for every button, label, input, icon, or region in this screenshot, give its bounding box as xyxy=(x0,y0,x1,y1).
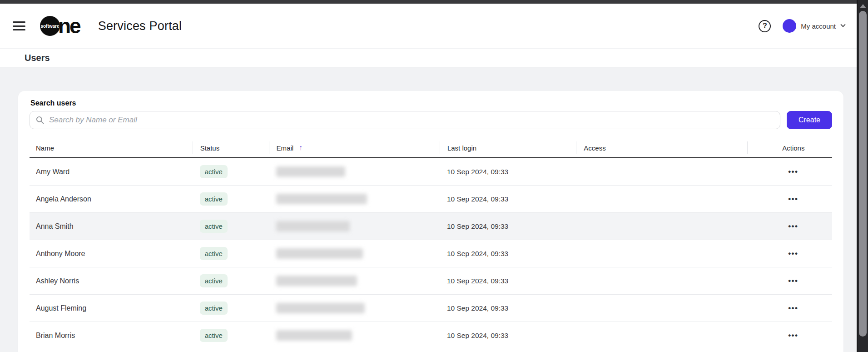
column-header-name[interactable]: Name xyxy=(30,141,193,154)
logo-circle: software xyxy=(40,16,60,36)
help-icon[interactable]: ? xyxy=(759,20,771,32)
user-name: Ashley Norris xyxy=(36,277,79,285)
table-row[interactable]: Amy Ward active 10 Sep 2024, 09:33 ••• xyxy=(30,158,832,186)
redacted-email xyxy=(276,303,365,313)
scrollbar-up-arrow-icon[interactable] xyxy=(860,4,866,8)
status-badge: active xyxy=(200,329,228,342)
column-header-email[interactable]: Email ↑ xyxy=(269,141,440,154)
last-login: 10 Sep 2024, 09:33 xyxy=(447,250,508,258)
sort-ascending-icon[interactable]: ↑ xyxy=(299,144,303,152)
app-root: software ne Services Portal ? My account… xyxy=(0,4,857,352)
column-header-access[interactable]: Access xyxy=(576,141,747,154)
table-row[interactable]: August Fleming active 10 Sep 2024, 09:33… xyxy=(30,295,832,322)
column-header-actions: Actions xyxy=(747,141,832,154)
row-actions-more-icon[interactable]: ••• xyxy=(784,193,802,205)
search-icon xyxy=(35,116,45,125)
status-badge: active xyxy=(200,165,228,178)
table-row[interactable]: Anthony Moore active 10 Sep 2024, 09:33 … xyxy=(30,240,832,267)
create-button[interactable]: Create xyxy=(787,111,832,129)
avatar[interactable] xyxy=(783,19,796,33)
redacted-email xyxy=(276,166,345,177)
row-actions-more-icon[interactable]: ••• xyxy=(784,166,802,177)
hamburger-menu-icon[interactable] xyxy=(13,21,25,30)
user-name: Amy Ward xyxy=(36,168,69,176)
table-header-row: Name Status Email ↑ Last login Access Ac… xyxy=(30,138,832,158)
status-badge: active xyxy=(200,247,228,260)
table-row[interactable]: Angela Anderson active 10 Sep 2024, 09:3… xyxy=(30,186,832,213)
account-menu[interactable]: My account xyxy=(783,19,845,33)
redacted-email xyxy=(276,276,357,286)
breadcrumb: Users xyxy=(25,53,50,63)
row-actions-more-icon[interactable]: ••• xyxy=(784,302,802,314)
status-badge: active xyxy=(200,274,228,287)
user-name: Angela Anderson xyxy=(36,195,91,203)
redacted-email xyxy=(276,248,363,259)
redacted-email xyxy=(276,194,367,204)
status-badge: active xyxy=(200,220,228,233)
last-login: 10 Sep 2024, 09:33 xyxy=(447,277,508,285)
browser-top-edge xyxy=(0,0,868,4)
last-login: 10 Sep 2024, 09:33 xyxy=(447,304,508,312)
content-area: Search users Create Name Status Email xyxy=(0,67,857,352)
row-actions-more-icon[interactable]: ••• xyxy=(784,221,802,232)
users-table: Name Status Email ↑ Last login Access Ac… xyxy=(30,138,832,349)
column-header-last-login[interactable]: Last login xyxy=(440,141,576,154)
row-actions-more-icon[interactable]: ••• xyxy=(784,248,802,259)
row-actions-more-icon[interactable]: ••• xyxy=(784,330,802,341)
status-badge: active xyxy=(200,192,228,206)
column-header-status[interactable]: Status xyxy=(193,141,269,154)
app-header: software ne Services Portal ? My account xyxy=(0,4,857,49)
last-login: 10 Sep 2024, 09:33 xyxy=(447,168,508,176)
redacted-email xyxy=(276,330,352,341)
scrollbar-thumb[interactable] xyxy=(859,11,867,337)
table-row[interactable]: Brian Morris active 10 Sep 2024, 09:33 •… xyxy=(30,322,832,349)
account-label: My account xyxy=(801,22,836,30)
user-name: August Fleming xyxy=(36,304,86,312)
users-card: Search users Create Name Status Email xyxy=(18,91,843,352)
row-actions-more-icon[interactable]: ••• xyxy=(784,275,802,287)
user-name: Anthony Moore xyxy=(36,250,85,258)
last-login: 10 Sep 2024, 09:33 xyxy=(447,195,508,203)
page-title: Services Portal xyxy=(98,19,182,33)
user-name: Brian Morris xyxy=(36,332,75,340)
user-name: Anna Smith xyxy=(36,222,74,231)
status-badge: active xyxy=(200,302,228,315)
page-scrollbar[interactable] xyxy=(857,0,868,352)
table-row[interactable]: Ashley Norris active 10 Sep 2024, 09:33 … xyxy=(30,267,832,295)
search-label: Search users xyxy=(30,99,832,107)
logo-text-big: ne xyxy=(58,15,80,36)
chevron-down-icon xyxy=(840,22,845,27)
search-wrap xyxy=(30,111,780,129)
redacted-email xyxy=(276,221,350,231)
search-input[interactable] xyxy=(30,111,780,129)
toolbar-row: Create xyxy=(30,111,832,129)
last-login: 10 Sep 2024, 09:33 xyxy=(447,222,508,231)
last-login: 10 Sep 2024, 09:33 xyxy=(447,332,508,340)
subheader-bar: Users xyxy=(0,49,857,67)
logo-text-small: software xyxy=(40,24,59,29)
table-row[interactable]: Anna Smith active 10 Sep 2024, 09:33 ••• xyxy=(30,213,832,240)
softwareone-logo[interactable]: software ne xyxy=(40,15,80,36)
header-right: ? My account xyxy=(759,19,845,33)
